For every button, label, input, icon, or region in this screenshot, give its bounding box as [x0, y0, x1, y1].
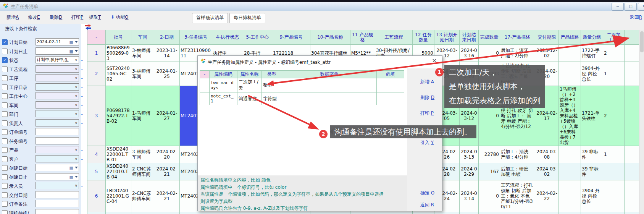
grid-cell[interactable]: 2024-02-21: [154, 180, 180, 212]
grid-cell[interactable]: [559, 212, 581, 214]
grid-cell[interactable]: 后加工：滚牙 产能：2/分钟: [500, 45, 535, 62]
filter-text-input[interactable]: [36, 191, 79, 198]
dialog-cell[interactable]: 字符型: [262, 92, 282, 105]
grid-cell[interactable]: 2024-02-21: [154, 163, 180, 180]
toolbar-menu-D[interactable]: 删除D: [50, 14, 62, 21]
grid-column-header[interactable]: 交付期限: [535, 30, 559, 45]
browse-ellipsis-button[interactable]: ‥: [81, 156, 84, 161]
dialog-button-P[interactable]: 打印 P: [420, 110, 434, 117]
filter-text-input[interactable]: [36, 200, 79, 207]
grid-cell[interactable]: [559, 45, 581, 62]
grid-column-header[interactable]: 批号: [106, 30, 131, 45]
grid-cell[interactable]: 3: [87, 86, 106, 146]
browse-ellipsis-button[interactable]: ‥: [81, 111, 84, 116]
grid-cell[interactable]: 2-CNC苏师傅车间: [131, 180, 154, 212]
filter-checkbox[interactable]: [2, 102, 8, 108]
grid-cell[interactable]: 3904-外径 内径 总长: [581, 180, 603, 212]
filter-checkbox[interactable]: [2, 156, 8, 162]
swap-columns-icon[interactable]: [85, 24, 92, 30]
grid-cell[interactable]: 2024-03: [460, 212, 479, 214]
grid-cell[interactable]: P0668869500269-03: [106, 45, 131, 62]
maximize-button[interactable]: ▢: [625, 3, 637, 11]
grid-column-header[interactable]: 9-产品编号: [272, 30, 310, 45]
toolbar-menu-E[interactable]: 修改E: [28, 14, 40, 21]
browse-ellipsis-button[interactable]: ‥: [81, 93, 84, 98]
dialog-cell[interactable]: [200, 78, 210, 92]
toolbar-menu-T[interactable]: 提取T: [89, 14, 101, 21]
filter-combo[interactable]: ∨: [36, 92, 79, 99]
dialog-button-Y[interactable]: 引入 Y: [420, 139, 434, 146]
grid-cell[interactable]: [413, 212, 434, 214]
dialog-button-R[interactable]: 返回 R: [420, 202, 434, 208]
filter-checkbox[interactable]: ✓: [2, 57, 8, 63]
browse-ellipsis-button[interactable]: ‥: [81, 66, 84, 71]
grid-cell[interactable]: 4: [87, 146, 106, 163]
filter-checkbox[interactable]: [2, 210, 8, 214]
minimize-button[interactable]: ─: [612, 3, 624, 11]
grid-cell[interactable]: XSDD240221010.TB-04: [106, 163, 131, 180]
grid-cell[interactable]: 工艺流程：打孔 倒角 切断 后加工：氧化 本色 产能1/分钟-强30/11: [500, 180, 535, 212]
filter-date-input[interactable]: 2024-02-11▦: [36, 38, 79, 45]
close-button[interactable]: ✕: [638, 3, 644, 11]
filter-combo[interactable]: ∨: [36, 110, 79, 117]
grid-column-header[interactable]: 11-产品规格: [350, 30, 375, 45]
filter-combo[interactable]: ∨: [36, 182, 79, 189]
grid-cell[interactable]: 7: [87, 212, 106, 214]
dialog-cell[interactable]: two_mac_days: [210, 78, 237, 92]
grid-cell[interactable]: SST202401065.GC-02: [106, 62, 131, 86]
grid-cell[interactable]: [559, 163, 581, 180]
grid-cell[interactable]: 1: [603, 62, 625, 86]
filter-checkbox[interactable]: [2, 111, 8, 117]
grid-column-header[interactable]: 车间: [131, 30, 154, 45]
filter-checkbox[interactable]: [2, 192, 8, 198]
grid-cell[interactable]: 后加工：清洗 产能：4/分钟: [500, 146, 535, 163]
grid-cell[interactable]: [212, 212, 243, 214]
grid-cell[interactable]: 2024-03-08: [535, 146, 559, 163]
grid-cell[interactable]: 0: [479, 180, 500, 212]
grid-cell[interactable]: 1马师傅（）+2首样+3滚牙（）入库+4来料品检+5镀镍（）入库+6来料品检+7…: [559, 86, 581, 146]
dialog-cell[interactable]: 二次加工/天: [237, 78, 262, 92]
browse-ellipsis-button[interactable]: ‥: [81, 183, 84, 188]
grid-cell[interactable]: 5: [87, 163, 106, 180]
grid-cell[interactable]: [375, 212, 413, 214]
grid-cell[interactable]: 2024-01-27: [154, 86, 180, 146]
filter-checkbox[interactable]: [2, 129, 8, 135]
grid-cell[interactable]: [559, 146, 581, 163]
filter-checkbox[interactable]: [2, 183, 8, 189]
grid-cell[interactable]: 1721-单头铁柱: [581, 86, 603, 146]
dialog-cell[interactable]: [377, 92, 404, 105]
dialog-cell[interactable]: [282, 78, 377, 92]
grid-cell[interactable]: [559, 180, 581, 212]
scrollbar-thumb[interactable]: [640, 31, 644, 52]
grid-cell[interactable]: 2: [603, 86, 625, 146]
filter-checkbox[interactable]: [2, 174, 8, 180]
dialog-button-D[interactable]: 删除 D: [420, 94, 434, 101]
grid-cell[interactable]: 2024-02-29: [460, 163, 479, 180]
grid-cell[interactable]: 0: [479, 45, 500, 62]
dialog-button-A[interactable]: 新增 A: [420, 79, 434, 85]
filter-text-input[interactable]: [36, 137, 79, 144]
grid-column-header[interactable]: 17-产品描述: [500, 30, 535, 45]
grid-cell[interactable]: 2023-11-14: [154, 45, 180, 62]
browse-ellipsis-button[interactable]: ‥: [81, 75, 84, 80]
grid-cell[interactable]: 1: [603, 146, 625, 163]
grid-column-header[interactable]: -: [87, 30, 106, 45]
browse-ellipsis-button[interactable]: ‥: [81, 84, 84, 89]
filter-checkbox[interactable]: [2, 120, 8, 126]
filter-combo[interactable]: ∨: [36, 83, 79, 91]
grid-cell[interactable]: 2024-01-25: [154, 62, 180, 86]
grid-cell[interactable]: [154, 212, 180, 214]
filter-checkbox[interactable]: [2, 93, 8, 99]
filter-checkbox[interactable]: [2, 201, 8, 207]
grid-cell[interactable]: [479, 212, 500, 214]
grid-cell[interactable]: 3-林师傅车间: [131, 62, 154, 86]
toolbar-menu-A[interactable]: 新增A: [6, 14, 19, 21]
browse-ellipsis-button[interactable]: ‥: [81, 120, 84, 125]
grid-cell[interactable]: 39-非标件: [581, 212, 603, 214]
filter-checkbox[interactable]: [2, 138, 8, 144]
grid-cell[interactable]: 2024-03-14: [460, 180, 479, 212]
grid-cell[interactable]: [272, 212, 310, 214]
grid-cell[interactable]: 39-非标件: [581, 146, 603, 163]
grid-cell[interactable]: 后加工：研磨 加硬 电镀: [500, 163, 535, 180]
grid-cell[interactable]: P0698178547922.TB-02: [106, 86, 131, 146]
